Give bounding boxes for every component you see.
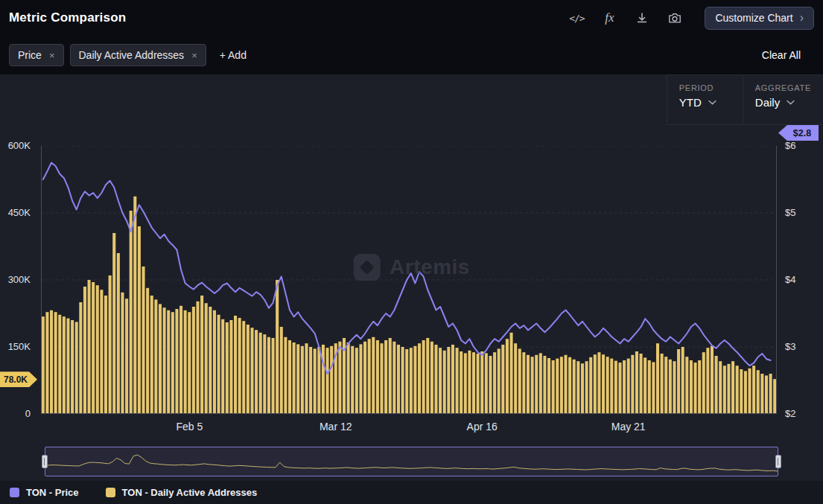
chart-controls: PERIOD YTD AGGREGATE Daily xyxy=(667,74,823,125)
legend-label: TON - Price xyxy=(26,487,79,498)
metric-chip-price[interactable]: Price × xyxy=(9,44,64,66)
x-axis-tick: Feb 5 xyxy=(176,421,203,433)
left-axis-tick: 450K xyxy=(0,207,37,218)
range-sparkline xyxy=(45,447,778,476)
header-actions: </> fx Customize Chart › xyxy=(563,7,814,30)
daa-swatch-icon xyxy=(106,488,115,497)
range-handle-right[interactable] xyxy=(775,455,781,468)
current-price-badge: $2.8 xyxy=(778,125,819,141)
current-daa-badge: 78.0K xyxy=(0,371,37,387)
period-value: YTD xyxy=(679,96,702,109)
add-metric-button[interactable]: + Add xyxy=(220,49,247,61)
metric-chip-label: Price xyxy=(18,49,42,61)
download-icon xyxy=(636,12,648,24)
right-y-axis: $2$3$4$5$6 xyxy=(777,125,823,414)
range-selector[interactable] xyxy=(45,447,778,476)
chart-plot-area[interactable] xyxy=(41,146,777,414)
fx-icon: fx xyxy=(605,10,614,25)
right-axis-tick: $3 xyxy=(777,341,823,352)
aggregate-label: AGGREGATE xyxy=(755,83,811,92)
x-axis-tick: May 21 xyxy=(611,421,646,433)
right-axis-tick: $5 xyxy=(777,207,823,218)
page-title: Metric Comparison xyxy=(9,10,126,25)
customize-chart-label: Customize Chart xyxy=(715,12,792,24)
clear-all-button[interactable]: Clear All xyxy=(762,49,814,61)
x-axis-tick: Apr 16 xyxy=(467,421,498,433)
legend-item-price[interactable]: TON - Price xyxy=(10,487,79,498)
range-selector-row xyxy=(0,441,823,481)
header: Metric Comparison </> fx Customize Char xyxy=(0,0,823,36)
left-axis-tick: 600K xyxy=(0,140,37,151)
left-axis-tick: 150K xyxy=(0,341,37,352)
range-handle-left[interactable] xyxy=(42,455,48,468)
right-axis-tick: $6 xyxy=(777,140,823,151)
x-axis: Feb 5Mar 12Apr 16May 21 xyxy=(0,414,823,441)
customize-chart-button[interactable]: Customize Chart › xyxy=(705,7,814,30)
chart-legend: TON - Price TON - Daily Active Addresses xyxy=(0,481,823,504)
x-axis-tick: Mar 12 xyxy=(320,421,352,433)
remove-icon[interactable]: × xyxy=(191,50,197,61)
legend-item-daily-active-addresses[interactable]: TON - Daily Active Addresses xyxy=(106,487,258,498)
metric-chip-daily-active-addresses[interactable]: Daily Active Addresses × xyxy=(70,44,206,66)
aggregate-value: Daily xyxy=(755,96,780,109)
legend-label: TON - Daily Active Addresses xyxy=(122,487,258,498)
camera-icon xyxy=(668,12,681,24)
left-y-axis: 0150K300K450K600K xyxy=(0,125,37,414)
chevron-down-icon xyxy=(787,100,795,105)
period-label: PERIOD xyxy=(679,83,731,92)
chart-controls-row: PERIOD YTD AGGREGATE Daily xyxy=(0,74,823,125)
right-axis-tick: $4 xyxy=(777,274,823,285)
remove-icon[interactable]: × xyxy=(49,50,55,61)
price-swatch-icon xyxy=(10,488,19,497)
comparison-chart: 0150K300K450K600K $2$3$4$5$6 Artemis 78.… xyxy=(0,125,823,414)
metric-filter-row: Price × Daily Active Addresses × + Add C… xyxy=(0,36,823,74)
metric-comparison-app: Metric Comparison </> fx Customize Char xyxy=(0,0,823,504)
left-axis-tick: 300K xyxy=(0,274,37,285)
metric-chip-label: Daily Active Addresses xyxy=(79,49,185,61)
code-icon: </> xyxy=(569,13,584,24)
screenshot-button[interactable] xyxy=(661,7,688,29)
chevron-right-icon: › xyxy=(800,12,804,24)
embed-code-button[interactable]: </> xyxy=(563,7,590,29)
formula-button[interactable]: fx xyxy=(596,7,623,29)
period-select[interactable]: PERIOD YTD xyxy=(667,75,743,124)
chevron-down-icon xyxy=(708,100,716,105)
aggregate-select[interactable]: AGGREGATE Daily xyxy=(743,75,823,124)
download-button[interactable] xyxy=(629,7,655,29)
